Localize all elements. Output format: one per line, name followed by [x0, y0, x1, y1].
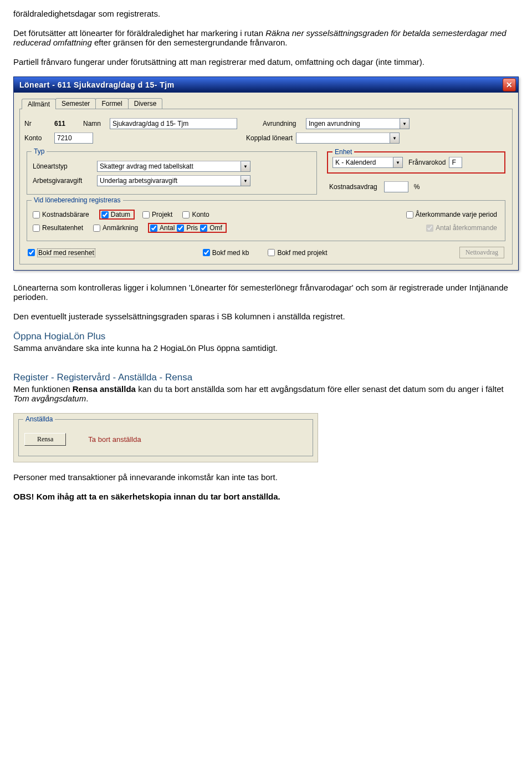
mid-p1: Lönearterna som kontrolleras ligger i ko…	[13, 283, 519, 302]
tail-p2: OBS! Kom ihåg att ta en säkerhetskopia i…	[13, 492, 519, 501]
tabs: Allmänt Semester Formel Diverse	[22, 98, 514, 109]
typ-group: Typ Löneartstyp ▼ Arbetsgivaravgift	[27, 151, 317, 195]
tab-formel[interactable]: Formel	[95, 98, 128, 109]
chk-resultatenhet[interactable]: Resultatenhet	[33, 224, 83, 232]
enhet-group: Enhet ▼ Frånvarokod	[327, 151, 505, 174]
namn-label: Namn	[83, 120, 106, 128]
kostnadsavdrag-label: Kostnadsavdrag	[329, 183, 377, 191]
avrundning-combo[interactable]: ▼	[306, 118, 410, 129]
arbgiv-combo[interactable]: ▼	[97, 175, 250, 186]
mid-p2: Den eventuellt justerade sysselsättnings…	[13, 312, 519, 321]
chk-konto[interactable]: Konto	[182, 211, 209, 218]
oppna-p: Samma användare ska inte kunna ha 2 Hogi…	[13, 343, 519, 353]
tab-allmant[interactable]: Allmänt	[22, 99, 56, 109]
konto-label: Konto	[24, 134, 51, 142]
reg-group: Vid löneberedning registreras Kostnadsbä…	[27, 200, 505, 241]
namn-field[interactable]	[110, 118, 237, 129]
intro-p3: Partiell frånvaro fungerar under förutsä…	[13, 57, 519, 67]
chevron-down-icon[interactable]: ▼	[241, 161, 250, 172]
chevron-down-icon[interactable]: ▼	[400, 118, 410, 129]
chk-omf[interactable]: Omf	[200, 224, 222, 232]
rensa-p: Men funktionen Rensa anställda kan du ta…	[13, 384, 519, 403]
anstallda-panel: Anställda Rensa Ta bort anställda	[13, 413, 318, 462]
chevron-down-icon[interactable]: ▼	[241, 175, 250, 186]
enhet-combo[interactable]: ▼	[332, 157, 403, 168]
kopplad-label: Kopplad löneart	[246, 134, 293, 142]
loneartstyp-combo[interactable]: ▼	[97, 161, 250, 172]
chevron-down-icon[interactable]: ▼	[390, 133, 400, 144]
loneartstyp-label: Löneartstyp	[33, 162, 94, 170]
close-icon[interactable]: ✕	[503, 78, 516, 91]
rensa-sidetext: Ta bort anställda	[88, 435, 141, 444]
chk-bokf-resenhet[interactable]: Bokf med resenhet	[28, 248, 95, 257]
rensa-button[interactable]: Rensa	[24, 433, 66, 446]
tab-semester[interactable]: Semester	[55, 98, 96, 109]
tab-panel-allmant: Nr 611 Namn Avrundning ▼ Konto Kopplad l…	[19, 109, 513, 264]
tail-p1: Personer med transaktioner på innevarand…	[13, 472, 519, 482]
intro-p2: Det förutsätter att lönearter för föräld…	[13, 28, 519, 47]
kostnadsavdrag-field[interactable]	[384, 181, 408, 192]
arbgiv-label: Arbetsgivaravgift	[33, 177, 94, 185]
chk-pris[interactable]: Pris	[177, 224, 198, 232]
chk-aterkommande[interactable]: Återkommande varje period	[406, 211, 497, 218]
anstallda-group: Anställda Rensa Ta bort anställda	[18, 419, 313, 456]
chevron-down-icon[interactable]: ▼	[393, 157, 403, 168]
konto-field[interactable]	[54, 133, 93, 144]
rensa-head: Register - Registervård - Anställda - Re…	[13, 372, 519, 383]
chk-antal[interactable]: Antal	[150, 224, 175, 232]
chk-bokf-kb[interactable]: Bokf med kb	[203, 249, 249, 257]
chk-antalater: Antal återkommande	[426, 224, 497, 232]
franvarokod-label: Frånvarokod	[408, 159, 446, 166]
avrundning-label: Avrundning	[263, 120, 303, 128]
intro-p1: föräldraledighetsdagar som registrerats.	[13, 9, 519, 18]
chk-anmarkning[interactable]: Anmärkning	[93, 224, 138, 232]
loneart-dialog: Löneart - 611 Sjukavdrag/dag d 15- Tjm ✕…	[13, 77, 519, 271]
oppna-head: Öppna HogiaLön Plus	[13, 331, 519, 342]
titlebar: Löneart - 611 Sjukavdrag/dag d 15- Tjm ✕	[14, 77, 518, 93]
nettoavdrag-button: Nettoavdrag	[459, 247, 504, 258]
franvarokod-field[interactable]	[449, 157, 462, 168]
kopplad-combo[interactable]: ▼	[296, 133, 400, 144]
chk-projekt[interactable]: Projekt	[142, 211, 172, 218]
nr-label: Nr	[24, 120, 51, 128]
chk-bokf-projekt[interactable]: Bokf med projekt	[268, 249, 327, 257]
nr-value: 611	[54, 120, 80, 128]
tab-diverse[interactable]: Diverse	[128, 98, 163, 109]
dialog-title: Löneart - 611 Sjukavdrag/dag d 15- Tjm	[19, 80, 175, 89]
chk-datum[interactable]: Datum	[101, 211, 130, 218]
chk-kostnadsbarare[interactable]: Kostnadsbärare	[33, 211, 89, 218]
